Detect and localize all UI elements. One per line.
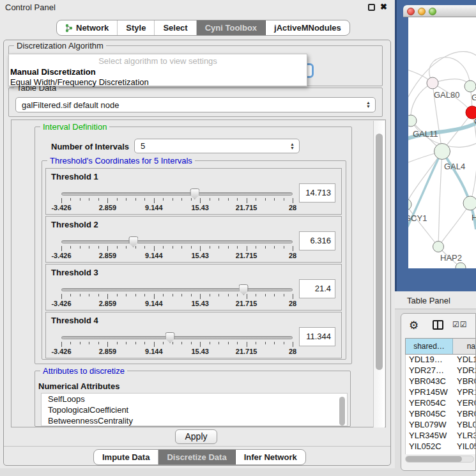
node-top-right xyxy=(464,81,476,92)
table-row[interactable]: YPR145WYPR14 xyxy=(406,387,476,398)
tick-label: 28 xyxy=(289,204,296,211)
table-cell[interactable]: YLR34 xyxy=(453,431,476,441)
tick-mark xyxy=(80,342,81,344)
table-cell[interactable]: YBR04 xyxy=(453,376,476,387)
table-row[interactable]: YBR045CYBR04 xyxy=(406,409,476,420)
table-row[interactable]: YBR043CYBR04 xyxy=(406,376,476,387)
threshold-3-value-field[interactable]: 21.4 xyxy=(299,279,335,298)
stepper-arrows-icon: ▲▼ xyxy=(290,139,295,153)
tick-mark xyxy=(219,198,219,201)
threshold-4-value-field[interactable]: 11.344 xyxy=(299,327,335,346)
tick-label: 15.43 xyxy=(191,252,209,259)
table-cell[interactable]: YPR14 xyxy=(453,387,476,398)
attribute-list-item[interactable]: SelfLoops xyxy=(42,394,347,404)
dropdown-option-equal-width[interactable]: Equal Width/Frequency Discretization xyxy=(9,77,307,87)
table-horizontal-scrollbar-thumb[interactable] xyxy=(406,456,462,462)
tab-impute-data[interactable]: Impute Data xyxy=(94,450,158,464)
threshold-4-slider[interactable] xyxy=(61,336,293,339)
tick-mark xyxy=(126,294,127,296)
apply-button[interactable]: Apply xyxy=(175,429,217,444)
tab-select[interactable]: Select xyxy=(155,20,196,35)
tick-mark xyxy=(126,342,127,344)
gear-icon[interactable]: ⚙ xyxy=(409,319,418,332)
tick-mark xyxy=(117,246,118,249)
threshold-2-value-field[interactable]: 6.316 xyxy=(299,231,335,250)
tick-mark xyxy=(265,294,266,296)
table-cell[interactable]: YER054C xyxy=(406,398,453,409)
tick-mark xyxy=(219,294,219,296)
tick-label: -3.426 xyxy=(51,252,71,259)
table-cell[interactable]: YBR043C xyxy=(406,376,453,387)
tick-label: 2.859 xyxy=(99,348,117,355)
table-cell[interactable]: YDL19… xyxy=(406,355,453,365)
table-cell[interactable]: YPR145W xyxy=(406,387,453,398)
list-scrollbar[interactable] xyxy=(339,397,345,426)
threshold-2-slider[interactable] xyxy=(61,240,293,243)
close-icon[interactable]: ✖ xyxy=(380,2,387,12)
settings-scrollbar-track[interactable] xyxy=(373,121,385,427)
table-cell[interactable]: YDR27 xyxy=(453,365,476,376)
table-cell[interactable]: YDR27… xyxy=(406,365,453,376)
thresholds-group: Threshold's Coordinates for 5 Intervals … xyxy=(42,160,346,360)
node-gal11 xyxy=(408,115,417,127)
threshold-3-label: Threshold 3 xyxy=(51,268,98,277)
table-row[interactable]: YBL079WYBL07 xyxy=(406,420,476,431)
control-panel: Control Panel ✖ Network Style Select Cyn… xyxy=(0,0,395,468)
threshold-3-slider[interactable] xyxy=(61,288,293,291)
table-horizontal-scrollbar[interactable] xyxy=(405,456,474,463)
table-cell[interactable]: YDL19 xyxy=(453,355,476,365)
float-window-icon[interactable] xyxy=(368,4,375,11)
tick-mark xyxy=(89,198,89,201)
tab-infer-network[interactable]: Infer Network xyxy=(236,450,305,464)
tick-mark xyxy=(274,198,275,201)
table-cell[interactable]: YBL079W xyxy=(406,420,453,431)
tick-mark xyxy=(284,342,284,344)
tick-mark xyxy=(135,198,136,201)
control-panel-titlebar: Control Panel ✖ xyxy=(0,0,395,15)
table-cell[interactable]: YIL052C xyxy=(406,441,453,452)
dropdown-option-manual[interactable]: Manual Discretization xyxy=(9,67,307,77)
settings-scrollbar-thumb[interactable] xyxy=(376,134,383,370)
table-cell[interactable]: YLR345W xyxy=(406,431,453,441)
table-cell[interactable]: YBR04 xyxy=(453,409,476,420)
column-header-name[interactable]: na xyxy=(453,339,476,354)
table-data-combobox[interactable]: galFiltered.sif default node ▲▼ xyxy=(15,97,376,112)
tick-mark xyxy=(210,294,210,296)
node-label-gcy1: GCY1 xyxy=(408,213,427,223)
attribute-list-item[interactable]: TopologicalCoefficient xyxy=(42,404,347,415)
column-header-shared-name[interactable]: shared… xyxy=(406,339,453,354)
table-row[interactable]: YLR345WYLR34 xyxy=(406,431,476,441)
table-row[interactable]: YIL052CYIL05 xyxy=(406,441,476,452)
minimize-traffic-light-icon[interactable] xyxy=(418,8,426,15)
tick-mark xyxy=(89,246,89,249)
threshold-1-slider[interactable] xyxy=(61,192,293,196)
tab-jactivemnodules[interactable]: jActiveMNodules xyxy=(266,20,349,35)
number-of-intervals-combobox[interactable]: 5 ▲▼ xyxy=(134,139,300,153)
table-cell[interactable]: YBR045C xyxy=(406,409,453,420)
table-cell[interactable]: YER05 xyxy=(453,398,476,409)
table-cell[interactable]: YBL07 xyxy=(453,420,476,431)
table-cell[interactable]: YIL05 xyxy=(453,441,476,452)
tab-discretize-data[interactable]: Discretize Data xyxy=(158,450,235,464)
node-label-gal11: GAL11 xyxy=(413,129,438,139)
network-window-titlebar[interactable] xyxy=(403,5,476,17)
network-view-window[interactable]: GAL80 GA GAL11 C GAL4 GCY1 HI HAP2 xyxy=(395,0,476,291)
table-row[interactable]: YDR27…YDR27 xyxy=(406,365,476,376)
tick-mark xyxy=(247,198,247,203)
tab-style[interactable]: Style xyxy=(118,20,155,35)
tab-network[interactable]: Network xyxy=(57,20,118,35)
network-canvas[interactable]: GAL80 GA GAL11 C GAL4 GCY1 HI HAP2 xyxy=(408,17,476,268)
table-panel-header: Table Panel xyxy=(395,291,476,309)
close-traffic-light-icon[interactable] xyxy=(407,8,415,15)
table-row[interactable]: YDL19…YDL19 xyxy=(406,355,476,365)
tick-mark xyxy=(126,198,127,201)
attribute-list-item[interactable]: BetweennessCentrality xyxy=(42,415,347,426)
tab-cyni-toolbox[interactable]: Cyni Toolbox xyxy=(197,20,266,35)
numerical-attributes-list[interactable]: SelfLoopsTopologicalCoefficientBetweenne… xyxy=(41,393,348,426)
select-columns-icon[interactable]: ☑☑ xyxy=(452,320,468,329)
column-layout-icon[interactable] xyxy=(433,320,443,330)
tick-label: 9.144 xyxy=(145,252,163,259)
zoom-traffic-light-icon[interactable] xyxy=(429,8,436,15)
threshold-1-value-field[interactable]: 14.713 xyxy=(299,183,335,203)
table-row[interactable]: YER054CYER05 xyxy=(406,398,476,409)
